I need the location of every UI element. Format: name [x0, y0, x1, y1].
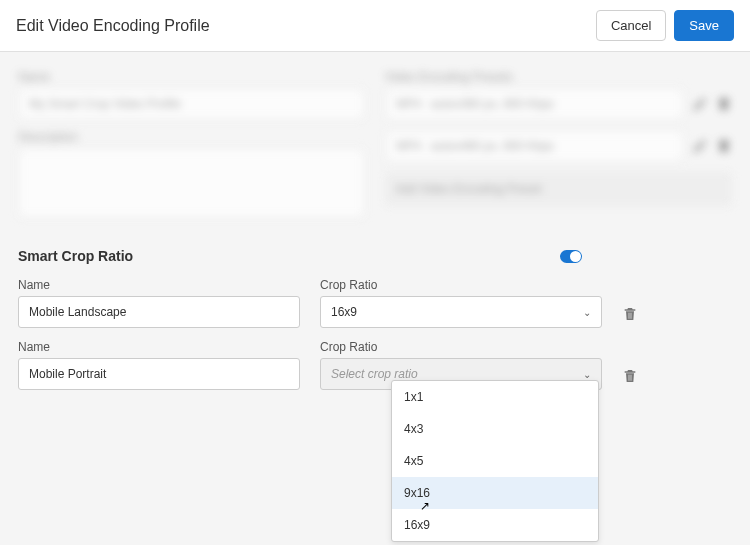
delete-row-button[interactable]: [622, 368, 638, 384]
dropdown-option[interactable]: 16x9: [392, 509, 598, 541]
delete-row-button[interactable]: [622, 306, 638, 322]
smartcrop-toggle[interactable]: [560, 250, 582, 263]
page-title: Edit Video Encoding Profile: [16, 17, 210, 35]
name-label: Name: [18, 278, 300, 292]
crop-name-input-0[interactable]: [18, 296, 300, 328]
chevron-down-icon: ⌄: [583, 369, 591, 380]
pencil-icon: [692, 96, 708, 112]
blurred-region: Name My Smart Crop Video Profile Descrip…: [18, 70, 732, 218]
dropdown-option[interactable]: 9x16↖: [392, 477, 598, 509]
save-button[interactable]: Save: [674, 10, 734, 41]
ratio-label: Crop Ratio: [320, 278, 602, 292]
trash-icon: [716, 138, 732, 154]
section-title: Smart Crop Ratio: [18, 248, 133, 264]
crop-name-input-1[interactable]: [18, 358, 300, 390]
cancel-button[interactable]: Cancel: [596, 10, 666, 41]
name-label: Name: [18, 340, 300, 354]
chevron-down-icon: ⌄: [583, 307, 591, 318]
trash-icon: [716, 96, 732, 112]
dropdown-option[interactable]: 1x1: [392, 381, 598, 413]
ratio-label: Crop Ratio: [320, 340, 602, 354]
crop-ratio-dropdown[interactable]: 1x14x34x59x16↖16x9: [391, 380, 599, 542]
dropdown-option[interactable]: 4x3: [392, 413, 598, 445]
pencil-icon: [692, 138, 708, 154]
dropdown-option[interactable]: 4x5: [392, 445, 598, 477]
crop-ratio-select-0[interactable]: 16x9 ⌄: [320, 296, 602, 328]
